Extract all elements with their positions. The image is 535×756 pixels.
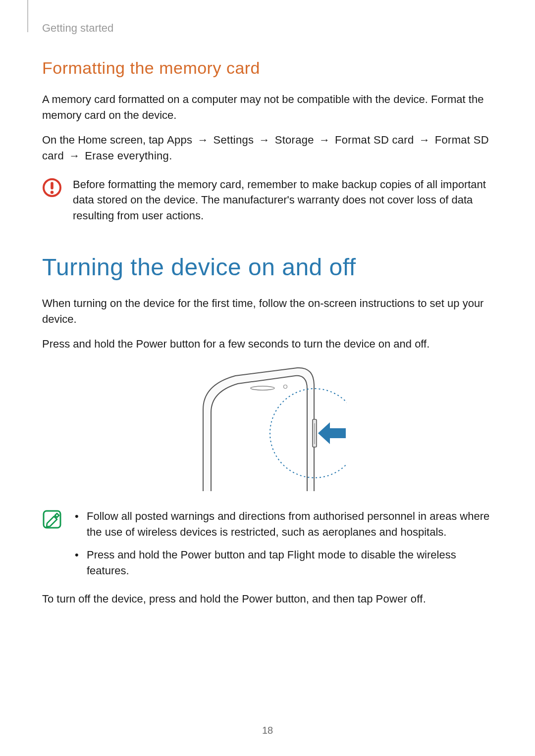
- note-block: Follow all posted warnings and direction…: [42, 508, 493, 586]
- note-item-1: Follow all posted warnings and direction…: [73, 508, 493, 540]
- arrow-icon: →: [317, 134, 332, 146]
- power-off-label: Power off: [376, 593, 423, 605]
- note-item-2: Press and hold the Power button and tap …: [73, 547, 493, 579]
- warning-block: Before formatting the memory card, remem…: [42, 177, 493, 224]
- chapter-label: Getting started: [42, 22, 493, 35]
- path-step-format-sd-1: Format SD card: [335, 134, 414, 146]
- p3-post: .: [423, 593, 426, 605]
- arrow-icon: →: [67, 150, 82, 162]
- arrow-icon: →: [257, 134, 272, 146]
- device-power-illustration: [188, 365, 347, 494]
- sec2-paragraph-3: To turn off the device, press and hold t…: [42, 591, 493, 607]
- sec1-path: On the Home screen, tap Apps → Settings …: [42, 132, 493, 164]
- path-intro: On the Home screen, tap: [42, 134, 167, 146]
- note-2-pre: Press and hold the Power button and tap: [87, 549, 287, 561]
- svg-rect-1: [51, 182, 54, 189]
- arrow-icon: →: [195, 134, 210, 146]
- subheading-formatting: Formatting the memory card: [42, 58, 493, 78]
- path-step-erase: Erase everything: [85, 150, 169, 162]
- warning-icon: [42, 178, 62, 198]
- path-step-apps: Apps: [167, 134, 192, 146]
- svg-point-2: [51, 191, 54, 194]
- p3-pre: To turn off the device, press and hold t…: [42, 593, 376, 605]
- page-number: 18: [0, 725, 535, 736]
- path-step-settings: Settings: [214, 134, 254, 146]
- arrow-icon: →: [417, 134, 432, 146]
- sec2-paragraph-1: When turning on the device for the first…: [42, 296, 493, 327]
- sec2-paragraph-2: Press and hold the Power button for a fe…: [42, 336, 493, 352]
- device-power-figure: [42, 365, 493, 494]
- main-heading-turning: Turning the device on and off: [42, 253, 493, 281]
- header-rule: [27, 0, 28, 32]
- warning-text: Before formatting the memory card, remem…: [73, 177, 493, 224]
- note-list: Follow all posted warnings and direction…: [73, 508, 493, 586]
- note-icon: [42, 509, 62, 529]
- path-step-storage: Storage: [275, 134, 314, 146]
- flight-mode-label: Flight mode: [287, 549, 346, 561]
- sec1-paragraph-1: A memory card formatted on a computer ma…: [42, 92, 493, 123]
